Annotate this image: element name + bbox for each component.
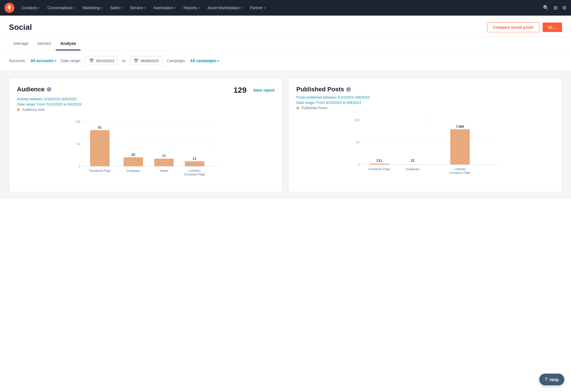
svg-text:50: 50 bbox=[77, 142, 80, 146]
bar-published-linkedin bbox=[450, 129, 470, 165]
calendar-icon-from: 📅 bbox=[89, 58, 94, 63]
campaign-dropdown[interactable]: All campaigns▾ bbox=[190, 58, 219, 63]
accounts-label: Accounts: bbox=[9, 58, 26, 63]
svg-text:10K: 10K bbox=[354, 118, 360, 122]
svg-text:17: 17 bbox=[162, 154, 166, 158]
svg-text:Instagram: Instagram bbox=[126, 169, 140, 172]
svg-text:0: 0 bbox=[79, 165, 80, 168]
campaign-label: Campaign: bbox=[167, 58, 186, 63]
create-button[interactable]: Cr… bbox=[543, 23, 562, 32]
published-posts-card: Published Posts i Posts published betwee… bbox=[288, 78, 562, 192]
nav-contacts[interactable]: Contacts▾ bbox=[18, 0, 43, 16]
svg-text:81: 81 bbox=[98, 126, 102, 129]
calendar-icon-to: 📅 bbox=[134, 58, 138, 63]
published-card-header: Published Posts i bbox=[296, 86, 554, 93]
published-info-icon[interactable]: i bbox=[346, 87, 351, 92]
nav-asset-marketplace[interactable]: Asset Marketplace▾ bbox=[204, 0, 246, 16]
bar-twitter bbox=[154, 159, 174, 166]
tab-analyze[interactable]: Analyze bbox=[56, 37, 80, 50]
published-legend: Published Posts bbox=[296, 106, 554, 110]
audience-legend-dot bbox=[17, 108, 20, 111]
navigation: Contacts▾ Conversations▾ Marketing▾ Sale… bbox=[0, 0, 571, 16]
svg-text:11: 11 bbox=[193, 157, 197, 161]
hubspot-logo[interactable] bbox=[4, 3, 14, 13]
date-separator: to bbox=[122, 58, 126, 63]
nav-conversations[interactable]: Conversations▾ bbox=[43, 0, 79, 16]
audience-info-icon[interactable]: i bbox=[47, 87, 51, 92]
audience-chart: 100 50 0 81 Facebook Page 20 Instagram 1… bbox=[17, 116, 275, 184]
svg-text:7,905: 7,905 bbox=[456, 125, 464, 129]
svg-text:5K: 5K bbox=[356, 141, 360, 144]
help-icon: ? bbox=[545, 377, 548, 382]
bar-facebook bbox=[90, 130, 110, 166]
nav-right-icons: 🔍 ⊞ ⚙ bbox=[543, 5, 567, 11]
nav-reports[interactable]: Reports▾ bbox=[180, 0, 204, 16]
settings-icon[interactable]: ⚙ bbox=[562, 5, 567, 11]
tab-manage[interactable]: Manage bbox=[9, 37, 33, 50]
svg-text:LinkedIn: LinkedIn bbox=[189, 169, 201, 172]
tab-monitor[interactable]: Monitor bbox=[33, 37, 56, 50]
svg-text:20: 20 bbox=[131, 153, 135, 157]
audience-legend: Audience size bbox=[17, 107, 275, 112]
bar-instagram bbox=[124, 157, 143, 166]
date-range-label: Date range: bbox=[61, 58, 81, 63]
svg-text:Instagram: Instagram bbox=[406, 167, 419, 171]
published-date-range-text: Date range: From 5/10/2023 to 6/8/2023 bbox=[296, 101, 554, 105]
published-card-title: Published Posts i bbox=[296, 86, 351, 93]
audience-date-range-text: Date range: From 5/10/2023 to 6/8/2023 bbox=[17, 102, 275, 106]
help-label: Help bbox=[550, 377, 559, 382]
audience-total: 129 bbox=[233, 86, 247, 95]
bar-linkedin bbox=[185, 161, 204, 166]
audience-card-title: Audience i bbox=[17, 86, 51, 93]
published-activity-text: Posts published between 5/10/2023–6/8/20… bbox=[296, 95, 554, 99]
svg-text:Facebook Page: Facebook Page bbox=[89, 169, 111, 172]
svg-text:Facebook Page: Facebook Page bbox=[369, 167, 390, 171]
help-button[interactable]: ? Help bbox=[539, 374, 564, 385]
filter-bar: Accounts: All accounts▾ Date range: 📅 05… bbox=[0, 51, 571, 71]
page-title: Social bbox=[9, 23, 32, 36]
date-from-input[interactable]: 📅 05/10/2023 bbox=[86, 56, 118, 65]
nav-automation[interactable]: Automation▾ bbox=[150, 0, 180, 16]
search-icon[interactable]: 🔍 bbox=[543, 5, 549, 11]
date-to-input[interactable]: 📅 06/08/2023 bbox=[130, 56, 162, 65]
audience-activity-text: Activity between 5/10/2023–6/8/2023 bbox=[17, 97, 275, 101]
svg-text:Company Page: Company Page bbox=[184, 173, 205, 176]
published-legend-label: Published Posts bbox=[301, 106, 327, 110]
audience-card-header: Audience i 129 Save report bbox=[17, 86, 275, 95]
svg-text:100: 100 bbox=[75, 120, 80, 123]
audience-card: Audience i 129 Save report Activity betw… bbox=[9, 78, 283, 192]
marketplace-icon[interactable]: ⊞ bbox=[553, 5, 558, 11]
nav-service[interactable]: Service▾ bbox=[126, 0, 150, 16]
accounts-dropdown[interactable]: All accounts▾ bbox=[30, 58, 56, 63]
nav-sales[interactable]: Sales▾ bbox=[106, 0, 126, 16]
svg-text:Company Page: Company Page bbox=[450, 171, 471, 174]
bar-published-facebook bbox=[370, 164, 389, 165]
nav-marketing[interactable]: Marketing▾ bbox=[79, 0, 106, 16]
compare-social-posts-button[interactable]: Compare social posts bbox=[487, 22, 540, 32]
page-content: Social Compare social posts Cr… Manage M… bbox=[0, 16, 571, 392]
page-header: Social Compare social posts Cr… bbox=[0, 16, 571, 37]
svg-text:LinkedIn: LinkedIn bbox=[454, 167, 466, 171]
tab-bar: Manage Monitor Analyze bbox=[0, 37, 571, 51]
audience-save-report[interactable]: Save report bbox=[253, 88, 275, 92]
svg-text:Twitter: Twitter bbox=[159, 169, 169, 172]
svg-text:0: 0 bbox=[358, 163, 360, 166]
published-legend-dot bbox=[296, 107, 299, 109]
header-actions: Compare social posts Cr… bbox=[487, 22, 562, 37]
audience-chart-svg: 100 50 0 81 Facebook Page 20 Instagram 1… bbox=[17, 116, 275, 183]
main-content: Audience i 129 Save report Activity betw… bbox=[0, 71, 571, 199]
audience-legend-label: Audience size bbox=[22, 107, 45, 112]
nav-partner[interactable]: Partner▾ bbox=[246, 0, 269, 16]
svg-text:211: 211 bbox=[376, 159, 382, 163]
published-chart-svg: 10K 5K 0 211 Facebook Page 22 Instagram … bbox=[296, 114, 554, 181]
published-chart: 10K 5K 0 211 Facebook Page 22 Instagram … bbox=[296, 114, 554, 182]
svg-text:22: 22 bbox=[411, 159, 415, 163]
